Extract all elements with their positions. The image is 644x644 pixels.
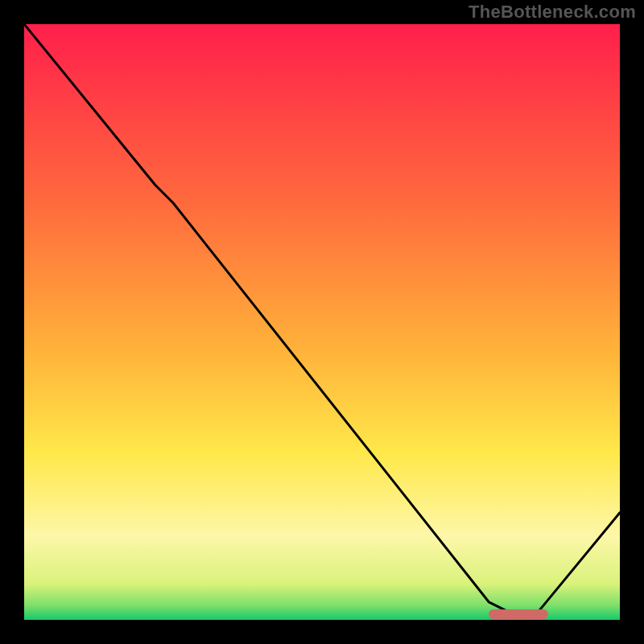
optimal-range-marker [489, 609, 548, 619]
watermark-text: TheBottleneck.com [469, 2, 636, 23]
chart-frame: TheBottleneck.com [0, 0, 644, 644]
plot-area [24, 24, 620, 620]
svg-rect-0 [24, 24, 620, 620]
gradient-background [24, 24, 620, 620]
